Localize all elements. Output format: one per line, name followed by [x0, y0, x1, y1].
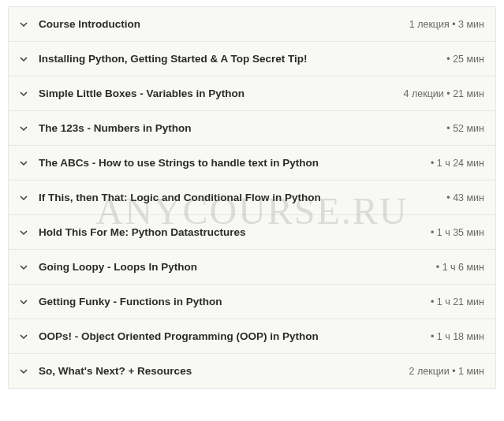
- chevron-down-icon: [20, 263, 28, 271]
- section-title: So, What's Next? + Resources: [39, 365, 401, 377]
- section-title: Going Loopy - Loops In Python: [39, 261, 428, 273]
- section-title: Course Introduction: [39, 18, 401, 30]
- section-row[interactable]: The 123s - Numbers in Python • 52 мин: [8, 110, 496, 146]
- section-meta: • 1 ч 18 мин: [423, 331, 484, 342]
- chevron-down-icon: [20, 55, 28, 63]
- section-meta: • 25 мин: [439, 54, 484, 65]
- section-meta: • 1 ч 24 мин: [423, 158, 484, 169]
- section-meta: 2 лекции • 1 мин: [401, 366, 485, 377]
- section-row[interactable]: OOPs! - Object Oriented Programming (OOP…: [8, 319, 496, 354]
- chevron-down-icon: [20, 333, 28, 341]
- section-row[interactable]: Simple Little Boxes - Variables in Pytho…: [8, 76, 496, 111]
- chevron-down-icon: [20, 125, 28, 132]
- section-title: Installing Python, Getting Started & A T…: [39, 53, 439, 65]
- chevron-down-icon: [20, 229, 28, 237]
- chevron-down-icon: [20, 194, 28, 202]
- section-title: The 123s - Numbers in Python: [39, 122, 439, 134]
- section-title: Hold This For Me: Python Datastructures: [39, 226, 423, 238]
- section-meta: 1 лекция • 3 мин: [401, 19, 484, 30]
- section-row[interactable]: Getting Funky - Functions in Python • 1 …: [8, 284, 496, 319]
- section-row[interactable]: Installing Python, Getting Started & A T…: [8, 41, 496, 76]
- section-title: The ABCs - How to use Strings to handle …: [39, 157, 423, 169]
- chevron-down-icon: [20, 367, 28, 375]
- section-row[interactable]: Course Introduction 1 лекция • 3 мин: [8, 6, 496, 42]
- section-meta: • 1 ч 35 мин: [423, 227, 484, 238]
- course-sections: Course Introduction 1 лекция • 3 мин Ins…: [0, 0, 504, 394]
- section-row[interactable]: Hold This For Me: Python Datastructures …: [8, 214, 496, 250]
- section-title: Getting Funky - Functions in Python: [39, 296, 423, 307]
- chevron-down-icon: [20, 298, 28, 306]
- section-meta: • 52 мин: [439, 123, 484, 134]
- section-title: If This, then That: Logic and Conditiona…: [39, 192, 439, 203]
- section-meta: • 1 ч 6 мин: [428, 262, 484, 273]
- section-meta: • 43 мин: [439, 192, 484, 203]
- section-row[interactable]: The ABCs - How to use Strings to handle …: [8, 145, 496, 181]
- section-title: OOPs! - Object Oriented Programming (OOP…: [39, 330, 423, 342]
- section-row[interactable]: If This, then That: Logic and Conditiona…: [8, 180, 496, 215]
- section-title: Simple Little Boxes - Variables in Pytho…: [39, 88, 396, 99]
- chevron-down-icon: [20, 20, 28, 28]
- section-row[interactable]: So, What's Next? + Resources 2 лекции • …: [8, 353, 496, 389]
- chevron-down-icon: [20, 90, 28, 98]
- chevron-down-icon: [20, 159, 28, 167]
- section-meta: • 1 ч 21 мин: [423, 296, 484, 307]
- section-meta: 4 лекции • 21 мин: [396, 88, 484, 99]
- section-row[interactable]: Going Loopy - Loops In Python • 1 ч 6 ми…: [8, 249, 496, 285]
